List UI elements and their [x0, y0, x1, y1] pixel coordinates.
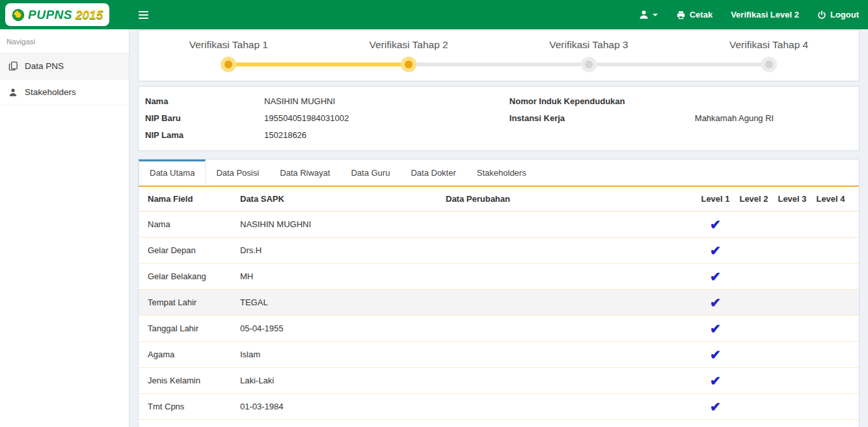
navbar-right: Cetak Verifikasi Level 2 Logout [639, 10, 868, 20]
field-label: Instansi Kerja [509, 113, 695, 124]
field-label: Nama [145, 96, 264, 107]
tab-data-utama[interactable]: Data Utama [139, 159, 206, 186]
cell-sapk: Islam [240, 350, 446, 359]
level-1-cell[interactable]: ✔ [696, 244, 735, 257]
cell-sapk: NASIHIN MUGHNI [240, 219, 446, 229]
field-value [695, 96, 852, 107]
table-row: Tmt Pns✔ [139, 420, 859, 427]
app-window: PUPNS 2015 Cetak Verifikasi Level 2 [0, 0, 868, 427]
data-tabs-card: Data UtamaData PosisiData RiwayatData Gu… [138, 159, 860, 427]
logo-swirl-icon [12, 8, 25, 21]
column-header: Nama Field [148, 194, 240, 204]
level-1-cell[interactable]: ✔ [696, 348, 735, 361]
documents-icon [8, 61, 18, 71]
table-row: NamaNASIHIN MUGHNI✔ [139, 212, 859, 238]
cell-sapk: TEGAL [240, 297, 446, 307]
sidebar-menu: Data PNSStakeholders [0, 53, 129, 105]
check-icon[interactable]: ✔ [710, 374, 721, 388]
employee-info-left: NamaNASIHIN MUGHNINIP Baru19550405198403… [145, 96, 509, 141]
cell-sapk: Laki-Laki [240, 376, 446, 385]
check-icon[interactable]: ✔ [710, 322, 721, 336]
step-label: Verifikasi Tahap 2 [319, 39, 499, 51]
logout-label: Logout [830, 10, 859, 20]
cell-field: Jenis Kelamin [148, 376, 240, 385]
step-label: Verifikasi Tahap 1 [139, 39, 319, 51]
cell-sapk: 01-03-1984 [240, 402, 446, 411]
step-dot-2 [401, 57, 416, 72]
table-row: Tanggal Lahir05-04-1955✔ [139, 316, 859, 342]
top-navbar: PUPNS 2015 Cetak Verifikasi Level 2 [0, 0, 868, 29]
brand-year: 2015 [75, 8, 103, 22]
verifikasi-label: Verifikasi Level 2 [731, 10, 799, 20]
user-icon [8, 88, 18, 97]
logout-button[interactable]: Logout [817, 10, 859, 20]
check-icon[interactable]: ✔ [710, 269, 721, 284]
printer-icon [676, 10, 686, 20]
field-value: 150218626 [264, 130, 509, 141]
cell-field: Gelar Belakang [148, 271, 240, 281]
cell-field: Agama [148, 350, 240, 359]
tab-data-guru[interactable]: Data Guru [340, 159, 400, 186]
tab-data-riwayat[interactable]: Data Riwayat [269, 159, 340, 186]
cetak-button[interactable]: Cetak [676, 10, 712, 20]
level-1-cell[interactable]: ✔ [696, 218, 735, 231]
field-value: Mahkamah Agung RI [695, 113, 852, 124]
level-1-cell[interactable]: ✔ [696, 400, 735, 413]
cell-field: Tmt Cpns [148, 402, 240, 411]
check-icon[interactable]: ✔ [710, 217, 721, 232]
sidebar: Navigasi Data PNSStakeholders [0, 29, 129, 427]
user-icon [639, 10, 649, 20]
cell-field: Gelar Depan [148, 245, 240, 255]
employee-info-right: Nomor Induk KependudukanInstansi KerjaMa… [509, 96, 852, 141]
table-row: Gelar DepanDrs.H✔ [139, 238, 859, 264]
employee-info-card: NamaNASIHIN MUGHNINIP Baru19550405198403… [138, 86, 860, 151]
check-icon[interactable]: ✔ [710, 348, 721, 362]
menu-toggle-icon[interactable] [135, 0, 161, 29]
level-1-cell[interactable]: ✔ [696, 270, 735, 283]
cell-field: Tanggal Lahir [148, 324, 240, 333]
column-header: Data Perubahan [446, 194, 696, 204]
cell-sapk: Drs.H [240, 245, 446, 255]
tab-data-posisi[interactable]: Data Posisi [206, 159, 269, 186]
cell-sapk: 05-04-1955 [240, 324, 446, 333]
check-icon[interactable]: ✔ [710, 296, 721, 310]
app-logo[interactable]: PUPNS 2015 [5, 3, 109, 26]
check-icon[interactable]: ✔ [710, 243, 721, 258]
sidebar-item-stakeholders[interactable]: Stakeholders [0, 79, 129, 105]
sidebar-header: Navigasi [0, 29, 129, 53]
brand-zone: PUPNS 2015 [0, 3, 129, 26]
tab-data-dokter[interactable]: Data Dokter [400, 159, 466, 186]
brand-name: PUPNS [28, 8, 72, 22]
verifikasi-level-button[interactable]: Verifikasi Level 2 [731, 10, 799, 20]
column-header: Level 3 [773, 194, 811, 204]
tab-bar: Data UtamaData PosisiData RiwayatData Gu… [139, 159, 859, 187]
level-1-cell[interactable]: ✔ [696, 374, 735, 387]
tab-stakeholders[interactable]: Stakeholders [467, 159, 537, 186]
column-header: Data SAPK [240, 194, 446, 204]
step-labels: Verifikasi Tahap 1Verifikasi Tahap 2Veri… [139, 39, 859, 51]
sidebar-item-label: Data PNS [25, 61, 64, 71]
user-menu[interactable] [639, 10, 658, 20]
column-header: Level 4 [811, 194, 850, 204]
step-dot-4 [761, 57, 777, 72]
step-track [139, 52, 859, 77]
check-icon[interactable]: ✔ [710, 400, 721, 414]
step-label: Verifikasi Tahap 3 [499, 39, 679, 51]
table-row: AgamaIslam✔ [139, 342, 859, 368]
table-row: Jenis KelaminLaki-Laki✔ [139, 368, 859, 394]
sidebar-item-label: Stakeholders [25, 87, 76, 97]
level-1-cell[interactable]: ✔ [696, 322, 735, 335]
field-label: NIP Lama [145, 130, 264, 141]
step-dot-3 [581, 57, 597, 72]
verification-stepper: Verifikasi Tahap 1Verifikasi Tahap 2Veri… [138, 30, 860, 81]
table-row: Tempat LahirTEGAL✔ [139, 290, 859, 316]
step-label: Verifikasi Tahap 4 [679, 39, 859, 51]
cetak-label: Cetak [690, 10, 712, 20]
column-header: Level 1 [696, 194, 735, 204]
power-icon [817, 10, 826, 20]
column-header: Level 2 [735, 194, 773, 204]
step-track-progress [228, 62, 409, 66]
level-1-cell[interactable]: ✔ [696, 296, 735, 309]
field-value: NASIHIN MUGHNI [264, 96, 509, 107]
sidebar-item-data-pns[interactable]: Data PNS [0, 53, 129, 79]
